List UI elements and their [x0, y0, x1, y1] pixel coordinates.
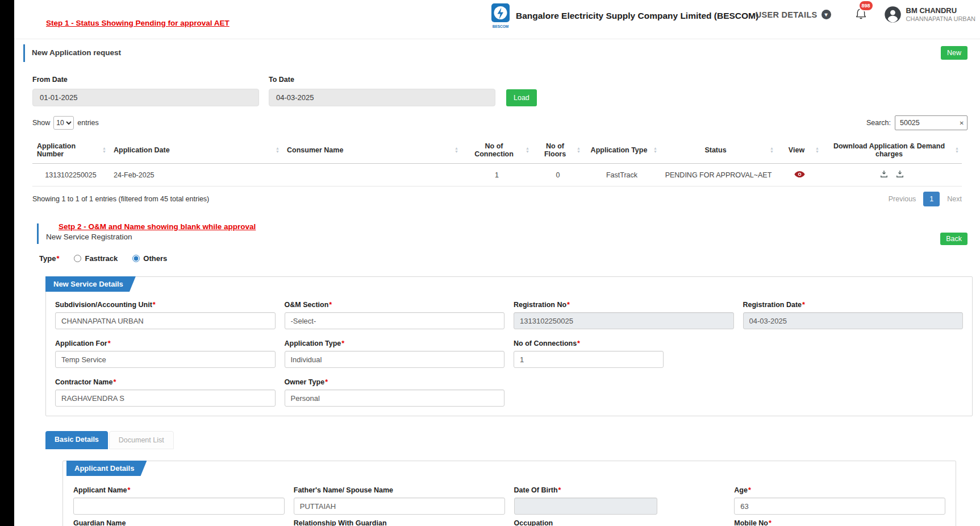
om-section-field: O&M Section* — [285, 301, 505, 329]
step2-annotation: Setp 2 - O&M and Name showing blank whil… — [59, 222, 968, 231]
father-name-input[interactable] — [294, 498, 505, 515]
user-area: USER DETAILS ▾ 898 BM CHANDRU CHANN — [756, 6, 975, 23]
column-header-status[interactable]: Status ▲▼ — [660, 137, 777, 164]
eye-icon — [794, 171, 805, 178]
blue-accent-bar — [23, 44, 25, 62]
cell-consumer-name — [282, 164, 461, 187]
sort-icon: ▲▼ — [955, 147, 959, 154]
page-size-select[interactable]: 10 — [53, 116, 74, 130]
person-icon — [884, 6, 902, 23]
current-page-button[interactable]: 1 — [923, 192, 940, 206]
entries-label: entries — [77, 119, 99, 127]
back-button[interactable]: Back — [940, 233, 968, 245]
column-header-no-of-connection[interactable]: No of Connection ▲▼ — [461, 137, 532, 164]
sort-icon: ▲▼ — [815, 147, 819, 154]
cell-application-date: 24-Feb-2025 — [109, 164, 282, 187]
download-application-button[interactable] — [880, 170, 888, 178]
entries-summary: Showing 1 to 1 of 1 entries (filtered fr… — [32, 195, 209, 203]
new-application-request-panel: New Application request New From Date To… — [14, 39, 980, 211]
clear-search-icon[interactable]: ✕ — [960, 120, 964, 126]
sort-icon: ▲▼ — [577, 147, 581, 154]
previous-page-button[interactable]: Previous — [883, 192, 922, 206]
search-box: Search: ✕ — [866, 115, 968, 130]
tab-basic-details[interactable]: Basic Details — [45, 431, 108, 449]
notifications-button[interactable]: 898 — [855, 7, 867, 22]
fasttrack-radio[interactable]: Fasttrack — [74, 254, 118, 263]
next-page-button[interactable]: Next — [941, 192, 968, 206]
registration-no-field: Registration No* — [514, 301, 734, 329]
panel-head: Setp 2 - O&M and Name showing blank whil… — [37, 222, 968, 246]
application-type-select[interactable] — [285, 351, 505, 368]
column-header-application-date[interactable]: Application Date ▲▼ — [109, 137, 282, 164]
left-black-strip — [0, 0, 14, 526]
dob-input — [514, 498, 658, 515]
tab-document-list[interactable]: Document List — [109, 431, 174, 449]
chevron-down-icon: ▾ — [821, 10, 831, 19]
column-header-view[interactable]: View ▲▼ — [777, 137, 822, 164]
application-for-select[interactable] — [55, 351, 276, 368]
company-title: Bangalore Electricity Supply Company Lim… — [516, 11, 758, 21]
table-header-row: Application Number ▲▼ Application Date ▲… — [32, 137, 962, 164]
relationship-field: Relationship With Guardian — [294, 519, 505, 526]
om-section-select[interactable] — [285, 312, 505, 329]
load-button[interactable]: Load — [506, 89, 537, 106]
avatar[interactable] — [884, 6, 902, 23]
applicant-name-field: Applicant Name* — [73, 486, 285, 515]
applicant-details-legend: Applicant Details — [66, 461, 147, 476]
panel-head: New Application request New — [32, 46, 968, 61]
step1-annotation: Step 1 - Status Showing Pending for appr… — [46, 19, 230, 27]
bescom-logo: BESCOM — [490, 3, 511, 29]
column-header-application-type[interactable]: Application Type ▲▼ — [583, 137, 660, 164]
contractor-name-field: Contractor Name* — [55, 378, 276, 407]
show-label: Show — [32, 119, 50, 127]
sort-icon: ▲▼ — [526, 147, 529, 154]
search-input[interactable] — [895, 115, 968, 130]
view-application-button[interactable] — [794, 171, 805, 178]
registration-date-input — [743, 312, 964, 329]
others-radio[interactable]: Others — [132, 254, 167, 263]
page: Step 1 - Status Showing Pending for appr… — [14, 0, 980, 526]
cell-no-of-floors: 0 — [532, 164, 583, 187]
mobile-no-field: Mobile No* — [734, 519, 945, 526]
to-date-input[interactable] — [269, 89, 495, 106]
cell-application-number: 1313102250025 — [32, 164, 109, 187]
registration-date-field: Registration Date* — [743, 301, 964, 329]
svg-text:BESCOM: BESCOM — [493, 24, 509, 28]
date-filters: From Date To Date Load — [32, 76, 968, 106]
download-demand-charges-button[interactable] — [896, 170, 904, 178]
to-date-group: To Date — [269, 76, 495, 106]
contractor-name-select[interactable] — [55, 390, 276, 407]
age-input[interactable] — [734, 498, 945, 515]
application-for-field: Application For* — [55, 339, 276, 368]
applicant-name-input[interactable] — [73, 498, 285, 515]
download-icon — [880, 170, 888, 178]
from-date-input[interactable] — [32, 89, 259, 106]
column-header-consumer-name[interactable]: Consumer Name ▲▼ — [282, 137, 461, 164]
sort-icon: ▲▼ — [454, 147, 458, 154]
guardian-name-field: Guardian Name — [73, 519, 285, 526]
from-date-label: From Date — [32, 76, 259, 84]
column-header-no-of-floors[interactable]: No of Floors ▲▼ — [532, 137, 583, 164]
blue-accent-bar — [37, 223, 39, 244]
notification-badge: 898 — [858, 0, 874, 11]
no-of-connections-input[interactable] — [514, 351, 664, 368]
column-header-application-number[interactable]: Application Number ▲▼ — [32, 137, 109, 164]
age-field: Age* — [734, 486, 945, 515]
new-button[interactable]: New — [941, 46, 968, 60]
occupation-field: Occupation — [514, 519, 725, 526]
sort-icon: ▲▼ — [102, 147, 106, 154]
column-header-download[interactable]: Download Application & Demand charges ▲▼ — [822, 137, 962, 164]
applicant-details-box: Applicant Details Applicant Name* Father… — [62, 461, 956, 526]
sort-icon: ▲▼ — [770, 147, 774, 154]
type-selector: Type* Fasttrack Others — [39, 254, 968, 263]
show-entries: Show 10 entries — [32, 116, 99, 130]
type-label: Type* — [39, 254, 59, 263]
application-type-field: Application Type* — [285, 339, 505, 368]
user-details-button[interactable]: USER DETAILS ▾ — [756, 10, 831, 19]
user-texts: BM CHANDRU CHANNAPATNA URBAN — [906, 6, 975, 23]
pagination: Previous 1 Next — [883, 192, 968, 206]
owner-type-select[interactable] — [285, 390, 505, 407]
cell-status: PENDING FOR APPROVAL~AET — [660, 164, 777, 187]
subdivision-input[interactable] — [55, 312, 276, 329]
new-service-registration-panel: Setp 2 - O&M and Name showing blank whil… — [14, 222, 980, 526]
